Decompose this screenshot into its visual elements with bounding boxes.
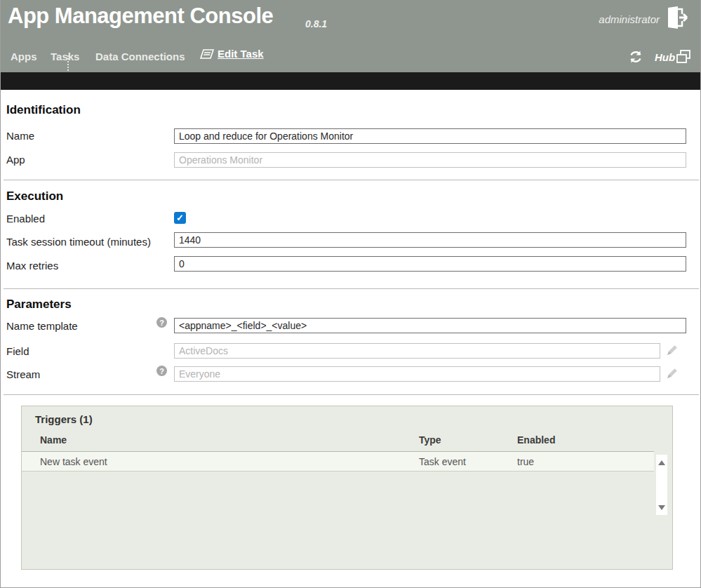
section-divider (4, 394, 699, 395)
trigger-type-cell: Task event (419, 456, 466, 467)
edit-task-icon (200, 48, 214, 60)
checkmark-icon: ✓ (176, 213, 184, 223)
field-label: Field (6, 345, 29, 357)
timeout-label: Task session timeout (minutes) (6, 236, 151, 248)
stream-input (174, 366, 660, 382)
triggers-scrollbar[interactable] (656, 455, 667, 515)
logout-button[interactable] (664, 5, 690, 30)
triggers-title: Triggers (1) (35, 413, 93, 425)
timeout-input[interactable] (174, 232, 686, 248)
question-mark-glyph: ? (159, 367, 164, 375)
section-heading-parameters: Parameters (6, 298, 72, 312)
field-edit-button[interactable] (666, 344, 679, 356)
app-version: 0.8.1 (305, 18, 327, 29)
nav-item-edit-task-label: Edit Task (218, 48, 264, 60)
table-row[interactable]: New task event Task event true (22, 452, 654, 472)
nav-item-edit-task[interactable]: Edit Task (200, 48, 264, 60)
app-window: App Management Console 0.8.1 administrat… (0, 0, 701, 588)
page-title: App Management Console (8, 4, 273, 29)
name-template-label: Name template (6, 320, 78, 332)
enabled-checkbox[interactable]: ✓ (174, 212, 186, 224)
logout-icon (664, 5, 690, 30)
toolbar-black-bar (1, 72, 700, 90)
logged-in-user: administrator (599, 13, 660, 25)
stream-help-icon[interactable]: ? (156, 366, 167, 376)
question-mark-glyph: ? (159, 319, 164, 327)
scroll-up-button[interactable] (656, 457, 667, 467)
enabled-label: Enabled (6, 213, 45, 225)
section-heading-identification: Identification (6, 103, 81, 117)
stream-label: Stream (6, 368, 40, 380)
name-input[interactable] (174, 128, 686, 144)
nav-item-apps[interactable]: Apps (11, 51, 37, 62)
column-header-name: Name (40, 434, 67, 446)
section-heading-execution: Execution (6, 189, 63, 203)
max-retries-label: Max retries (6, 260, 58, 272)
section-divider (4, 288, 699, 289)
header: App Management Console 0.8.1 administrat… (1, 0, 700, 72)
hub-button[interactable] (676, 49, 691, 65)
triggers-panel: Triggers (1) Name Type Enabled New task … (21, 406, 673, 570)
name-label: Name (6, 130, 34, 142)
column-header-type: Type (419, 434, 441, 446)
name-template-help-icon[interactable]: ? (156, 317, 167, 328)
stacked-windows-icon (676, 49, 691, 65)
app-input (174, 152, 686, 168)
pencil-edit-icon (666, 344, 679, 356)
trigger-enabled-cell: true (517, 456, 534, 467)
triangle-down-icon (658, 505, 665, 510)
section-divider (4, 180, 699, 180)
stream-edit-button[interactable] (666, 367, 679, 380)
hub-link[interactable]: Hub (655, 51, 675, 63)
app-label: App (6, 154, 25, 166)
max-retries-input[interactable] (174, 256, 686, 272)
nav-item-data-connections[interactable]: Data Connections (95, 51, 185, 62)
nav-item-tasks[interactable]: Tasks (51, 51, 79, 62)
name-template-input[interactable] (174, 318, 686, 333)
scroll-down-button[interactable] (656, 502, 667, 512)
refresh-icon (628, 49, 643, 65)
column-header-enabled: Enabled (517, 434, 555, 446)
field-input (174, 343, 660, 359)
trigger-name-cell: New task event (40, 456, 107, 467)
triangle-up-icon (658, 460, 665, 465)
refresh-button[interactable] (628, 49, 643, 65)
pencil-edit-icon (666, 367, 679, 380)
